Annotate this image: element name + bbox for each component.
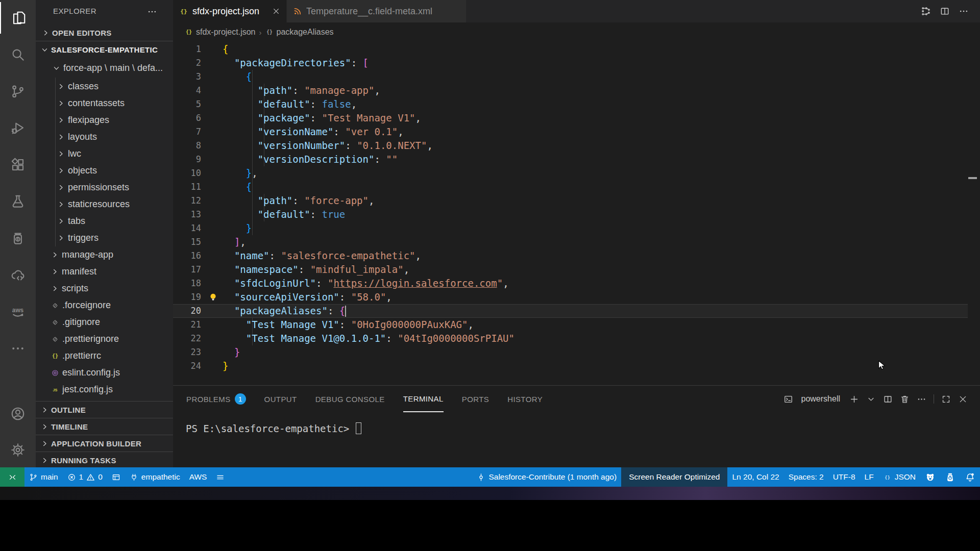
- section-outline[interactable]: OUTLINE: [36, 402, 173, 418]
- tree-folder-tabs[interactable]: tabs: [36, 213, 173, 230]
- lightbulb-icon[interactable]: [208, 292, 218, 303]
- panel-tab-ports[interactable]: PORTS: [462, 386, 489, 412]
- kill-terminal-icon[interactable]: [900, 394, 910, 404]
- tree-file-prettierrc[interactable]: {}.prettierrc: [36, 347, 173, 364]
- status-encoding[interactable]: UTF-8: [828, 467, 860, 487]
- section-running-tasks[interactable]: RUNNING TASKS: [36, 452, 173, 467]
- tree-folder-scripts[interactable]: scripts: [36, 280, 173, 297]
- close-panel-icon[interactable]: [958, 394, 968, 404]
- tree-file-eslint-config-js[interactable]: eslint.config.js: [36, 364, 173, 381]
- status-jar-status[interactable]: [940, 467, 960, 487]
- shell-name[interactable]: powershell: [801, 394, 840, 404]
- tree-file-gitignore[interactable]: .gitignore: [36, 314, 173, 331]
- status-assistant[interactable]: [920, 467, 940, 487]
- code-line-5[interactable]: "default": false,: [223, 97, 980, 111]
- panel-tab-problems[interactable]: PROBLEMS1: [186, 386, 246, 412]
- line-number[interactable]: 17: [173, 263, 201, 277]
- status-editor-layout[interactable]: [107, 467, 125, 487]
- activity-item-extensions[interactable]: [0, 149, 36, 181]
- code-line-21[interactable]: "Test Manage V1": "0HoIg000000PAuxKAG",: [223, 318, 980, 332]
- tree-folder-contentassets[interactable]: contentassets: [36, 95, 173, 112]
- line-number[interactable]: 22: [173, 332, 201, 345]
- code-line-17[interactable]: "namespace": "mindful_impala",: [223, 263, 980, 277]
- shell-icon[interactable]: [783, 394, 793, 404]
- status-indentation[interactable]: Spaces: 2: [784, 467, 828, 487]
- section-project-root[interactable]: SALESFORCE-EMPATHETIC: [36, 42, 173, 58]
- activity-item-explorer[interactable]: [0, 2, 37, 34]
- code-line-23[interactable]: }: [223, 345, 980, 359]
- status-aws-profile[interactable]: AWS: [185, 467, 212, 487]
- code-line-4[interactable]: "path": "manage-app",: [223, 84, 980, 97]
- line-number[interactable]: 18: [173, 277, 201, 290]
- activity-item-more-views[interactable]: [0, 333, 36, 364]
- line-number[interactable]: 14: [173, 221, 201, 235]
- code-line-7[interactable]: "versionName": "ver 0.1",: [223, 125, 980, 139]
- tree-folder-lwc[interactable]: lwc: [36, 145, 173, 162]
- code-line-16[interactable]: "name": "salesforce-empathetic",: [223, 249, 980, 263]
- code-line-19[interactable]: "sourceApiVersion": "58.0",: [223, 290, 980, 304]
- split-terminal-icon[interactable]: [883, 394, 893, 404]
- tree-folder-objects[interactable]: objects: [36, 162, 173, 179]
- tree-file-jest-config-js[interactable]: JSjest.config.js: [36, 381, 173, 398]
- status-eol[interactable]: LF: [860, 467, 878, 487]
- tree-folder-staticresources[interactable]: staticresources: [36, 196, 173, 213]
- line-number[interactable]: 19: [173, 290, 201, 304]
- line-number[interactable]: 16: [173, 249, 201, 263]
- terminal[interactable]: PS E:\salesforce-empathetic>: [186, 421, 361, 435]
- activity-item-testing[interactable]: [0, 186, 36, 217]
- code-line-9[interactable]: "versionDescription": "": [223, 153, 980, 166]
- status-problems[interactable]: 10: [63, 467, 107, 487]
- maximize-panel-icon[interactable]: [941, 394, 951, 404]
- tree-file-forceignore[interactable]: .forceignore: [36, 297, 173, 314]
- section-application-builder[interactable]: APPLICATION BUILDER: [36, 435, 173, 452]
- activity-item-search[interactable]: [0, 39, 36, 70]
- activity-item-settings[interactable]: [0, 434, 36, 466]
- line-number[interactable]: 23: [173, 345, 201, 359]
- tree-folder-flexipages[interactable]: flexipages: [36, 112, 173, 129]
- code-line-11[interactable]: {: [223, 180, 980, 194]
- code-line-8[interactable]: "versionNumber": "0.1.0.NEXT",: [223, 139, 980, 153]
- line-number[interactable]: 7: [173, 125, 201, 139]
- activity-item-cloud-code[interactable]: [0, 259, 36, 291]
- section-open-editors[interactable]: OPEN EDITORS: [36, 26, 173, 40]
- new-terminal-icon[interactable]: [849, 394, 859, 404]
- line-number[interactable]: 5: [173, 97, 201, 111]
- tree-folder-manifest[interactable]: manifest: [36, 263, 173, 280]
- tree-folder-classes[interactable]: classes: [36, 78, 173, 95]
- more-actions-icon[interactable]: [917, 394, 926, 404]
- code-editor[interactable]: 123456789101112131415161718192021222324 …: [173, 0, 980, 385]
- status-cursor-position[interactable]: Ln 20, Col 22: [727, 467, 783, 487]
- activity-item-account[interactable]: [0, 398, 36, 430]
- line-number[interactable]: 3: [173, 70, 201, 84]
- activity-item-source-control[interactable]: [0, 76, 36, 107]
- status-branch[interactable]: main: [24, 467, 63, 487]
- tree-folder-force-app-main-defa[interactable]: force-app \ main \ defa...: [36, 58, 173, 78]
- line-number[interactable]: 1: [173, 42, 201, 56]
- activity-item-jar-extension[interactable]: [0, 222, 36, 254]
- code-line-2[interactable]: "packageDirectories": [: [223, 56, 980, 70]
- line-number[interactable]: 20: [173, 304, 201, 318]
- status-scm-commit[interactable]: Salesforce-Contribute (1 month ago): [472, 467, 621, 487]
- status-language-mode[interactable]: {}JSON: [878, 467, 920, 487]
- explorer-more-actions-icon[interactable]: [147, 7, 157, 17]
- code-line-1[interactable]: {: [223, 42, 980, 56]
- line-number[interactable]: 12: [173, 194, 201, 208]
- line-number[interactable]: 15: [173, 235, 201, 249]
- panel-tab-output[interactable]: OUTPUT: [264, 386, 297, 412]
- code-line-24[interactable]: }: [223, 359, 980, 373]
- code-line-12[interactable]: "path": "force-app",: [223, 194, 980, 208]
- code-line-10[interactable]: },: [223, 166, 980, 180]
- section-timeline[interactable]: TIMELINE: [36, 418, 173, 435]
- launch-profile-icon[interactable]: [866, 394, 876, 404]
- code-line-3[interactable]: {: [223, 70, 980, 84]
- line-number[interactable]: 4: [173, 84, 201, 97]
- status-menu[interactable]: [211, 467, 229, 487]
- code-line-6[interactable]: "package": "Test Manage V1",: [223, 111, 980, 125]
- tree-file-prettierignore[interactable]: .prettierignore: [36, 331, 173, 347]
- tree-folder-layouts[interactable]: layouts: [36, 129, 173, 145]
- panel-tab-history[interactable]: HISTORY: [507, 386, 543, 412]
- code-line-22[interactable]: "Test Manage V1@0.1.0-1": "04tIg0000000S…: [223, 332, 980, 345]
- tree-folder-manage-app[interactable]: manage-app: [36, 246, 173, 263]
- line-number[interactable]: 2: [173, 56, 201, 70]
- status-screen-reader[interactable]: Screen Reader Optimized: [621, 467, 727, 487]
